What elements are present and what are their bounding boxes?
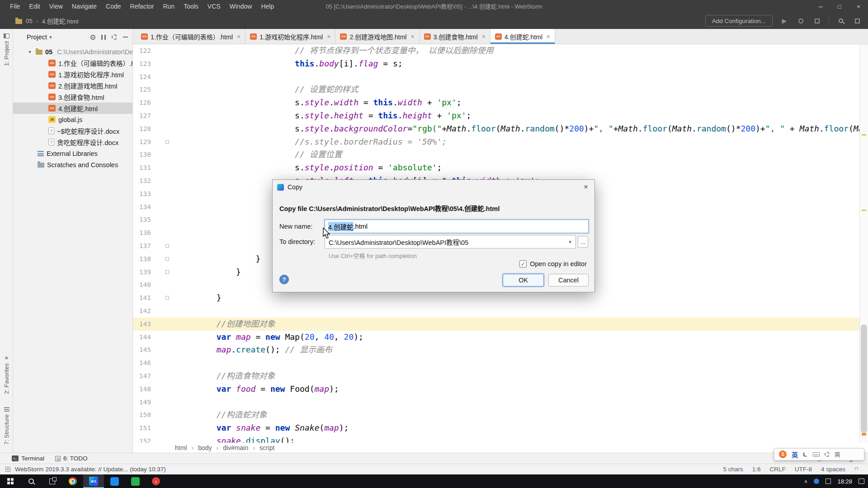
code-line[interactable]: 141 }	[133, 291, 859, 305]
menu-file[interactable]: File	[5, 0, 25, 13]
fold-marker[interactable]	[165, 140, 169, 144]
code-line[interactable]: 131 s.style.position = 'absolute';	[133, 161, 859, 174]
tree-item[interactable]: <>4.创建蛇.html	[13, 103, 132, 114]
fold-marker[interactable]	[165, 296, 169, 300]
code-line[interactable]: 127 s.style.height = this.height + 'px';	[133, 109, 859, 122]
ok-button[interactable]: OK	[503, 274, 544, 286]
maximize-button[interactable]: □	[830, 0, 849, 13]
code-line[interactable]: 144 var map = new Map(20, 40, 20);	[133, 331, 859, 344]
code-line[interactable]: 122 // 将节点保存到一个状态变量中， 以便以后删除使用	[133, 44, 859, 57]
tree-item[interactable]: <>1.作业（可编辑的表格）.html	[13, 57, 132, 69]
menu-window[interactable]: Window	[225, 0, 257, 13]
code-line[interactable]: 152 snake.display();	[133, 435, 859, 443]
help-button[interactable]: ?	[279, 275, 289, 284]
tab-close-icon[interactable]: ×	[410, 33, 414, 40]
terminal-toolwindow-button[interactable]: >_ Terminal	[6, 453, 50, 464]
fold-marker[interactable]	[165, 270, 169, 274]
code-line[interactable]: 128 s.style.backgroundColor="rgb("+Math.…	[133, 122, 859, 136]
tray-app-icon[interactable]	[814, 479, 819, 484]
code-line[interactable]: 148 var food = new Food(map);	[133, 383, 859, 396]
tree-item[interactable]: ?贪吃蛇程序设计.docx	[13, 136, 132, 148]
breadcrumb-item[interactable]: div#main	[223, 444, 248, 451]
status-item[interactable]: 4 spaces	[821, 466, 845, 473]
code-line[interactable]: 149	[133, 396, 859, 409]
menu-vcs[interactable]: VCS	[203, 0, 225, 13]
warning-stripe-mark[interactable]	[862, 210, 866, 211]
tree-item[interactable]: Scratches and Consoles	[13, 159, 132, 170]
editor-tab[interactable]: <>1.作业（可编辑的表格）.html×	[137, 29, 245, 44]
tab-close-icon[interactable]: ×	[237, 33, 241, 40]
editor-tab[interactable]: <>3.创建食物.html×	[420, 29, 491, 44]
add-configuration-button[interactable]: Add Configuration...	[705, 15, 773, 27]
browse-button[interactable]: ...	[578, 236, 588, 248]
dialog-close-button[interactable]: ×	[577, 180, 594, 194]
cancel-button[interactable]: Cancel	[548, 274, 589, 286]
code-line[interactable]: 145 map.create(); // 显示画布	[133, 343, 859, 357]
todo-toolwindow-button[interactable]: 6: TODO	[50, 453, 93, 464]
new-name-input[interactable]: 4.创建蛇.html	[325, 220, 589, 233]
code-line[interactable]: 142	[133, 305, 859, 318]
start-button[interactable]	[0, 474, 21, 488]
scrollbar-thumb[interactable]	[861, 324, 867, 433]
code-line[interactable]: 123 this.body[i].flag = s;	[133, 57, 859, 70]
status-item[interactable]: UTF-8	[795, 466, 812, 473]
menu-navigate[interactable]: Navigate	[67, 0, 101, 13]
nav-crumb-root[interactable]: 05	[26, 18, 33, 24]
taskbar-app-button[interactable]	[125, 474, 146, 488]
fold-marker[interactable]	[165, 244, 169, 248]
keyboard-icon[interactable]	[813, 452, 820, 457]
toolwindow-structure-button[interactable]: 7: Structure	[0, 407, 13, 445]
tree-item[interactable]: ?~$吃蛇程序设计.docx	[13, 125, 132, 136]
taskbar-app-button[interactable]: ♪	[146, 474, 166, 488]
taskbar-search-button[interactable]	[21, 474, 42, 488]
editor-tab[interactable]: <>4.创建蛇.html×	[491, 29, 555, 44]
view-options-icon[interactable]	[101, 35, 106, 40]
menu-edit[interactable]: Edit	[25, 0, 45, 13]
code-line[interactable]: 130 // 设置位置	[133, 148, 859, 161]
settings-button[interactable]	[853, 16, 862, 25]
code-line[interactable]: 150 //构造蛇对象	[133, 408, 859, 422]
code-line[interactable]: 129 //s.style.borderRadius = '50%';	[133, 136, 859, 149]
dialog-title-bar[interactable]: Copy ×	[273, 180, 594, 194]
gear-icon[interactable]	[825, 452, 830, 457]
hide-panel-icon[interactable]	[123, 37, 128, 38]
editor-tab[interactable]: <>1.游戏初始化程序.html×	[245, 29, 335, 44]
taskbar-webstorm-button[interactable]: WS	[83, 474, 104, 488]
taskbar-chrome-button[interactable]	[62, 474, 83, 488]
tree-item[interactable]: JSglobal.js	[13, 114, 132, 125]
search-everywhere-button[interactable]	[836, 16, 845, 25]
menu-help[interactable]: Help	[256, 0, 278, 13]
action-center-icon[interactable]	[859, 479, 864, 484]
tree-item[interactable]: <>3.创建食物.html	[13, 91, 132, 103]
tab-close-icon[interactable]: ×	[327, 33, 330, 40]
breadcrumb-item[interactable]: script	[259, 444, 274, 451]
breadcrumb-item[interactable]: html	[175, 444, 187, 451]
open-copy-checkbox[interactable]: ✓ Open copy in editor	[519, 260, 587, 267]
tray-app-icon[interactable]	[826, 479, 831, 484]
ime-mode-toggle[interactable]: 英	[792, 450, 798, 459]
toolwindow-favorites-button[interactable]: ★ 2: Favorites	[0, 355, 13, 394]
toolwindow-project-button[interactable]: 1: Project	[0, 33, 13, 66]
tree-root-row[interactable]: ▾05 C:\Users\Administrator\Desk	[13, 46, 132, 57]
status-item[interactable]: 1:6	[752, 466, 761, 473]
code-line[interactable]: 143 //创建地图对象	[133, 318, 859, 331]
menu-tools[interactable]: Tools	[179, 0, 203, 13]
menu-code[interactable]: Code	[101, 0, 125, 13]
tab-close-icon[interactable]: ×	[547, 33, 550, 40]
project-panel-title[interactable]: Project	[27, 33, 47, 41]
task-view-button[interactable]	[42, 474, 62, 488]
ime-simplified-toggle[interactable]: 简	[835, 450, 840, 459]
status-item[interactable]: CRLF	[769, 466, 785, 473]
breadcrumb-item[interactable]: body	[198, 444, 212, 451]
taskbar-app-button[interactable]	[104, 474, 125, 488]
toolwindow-switcher-icon[interactable]	[5, 467, 10, 472]
code-line[interactable]: 151 var snake = new Snake(map);	[133, 422, 859, 435]
code-line[interactable]: 126 s.style.width = this.width + 'px';	[133, 96, 859, 109]
gear-icon[interactable]	[112, 34, 117, 40]
editor-tab[interactable]: <>2.创建游戏地图.html×	[335, 29, 419, 44]
run-button[interactable]: ▶	[780, 16, 789, 25]
clock[interactable]: 18:28	[837, 478, 852, 485]
minimize-button[interactable]: ─	[811, 0, 830, 13]
code-line[interactable]: 147 //构造食物对象	[133, 370, 859, 383]
tree-item[interactable]: External Libraries	[13, 148, 132, 159]
